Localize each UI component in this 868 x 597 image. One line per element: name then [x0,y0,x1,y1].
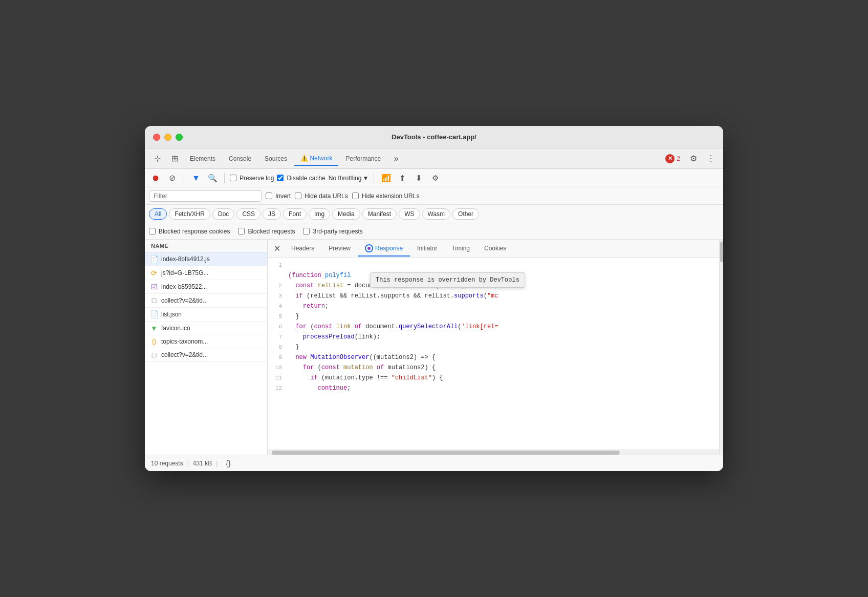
blocked-cookies-checkbox[interactable]: Blocked response cookies [149,228,230,235]
minimize-button[interactable] [164,134,171,141]
blocked-cookies-input[interactable] [149,228,156,234]
invert-checkbox[interactable]: Invert [266,193,291,200]
clear-button[interactable]: ⊘ [165,172,179,185]
horizontal-scrollbar[interactable] [268,450,719,455]
code-line-1: 1 (function polyfil This response is ove… [268,260,719,281]
filter-ws[interactable]: WS [399,208,420,220]
preserve-log-checkbox[interactable]: Preserve log [230,175,274,182]
maximize-button[interactable] [176,134,183,141]
file-name-7: topics-taxonom... [161,338,208,345]
line-num-9: 9 [268,352,288,363]
code-viewer[interactable]: 1 (function polyfil This response is ove… [268,258,719,450]
tab-sources[interactable]: Sources [258,152,293,165]
filter-img[interactable]: Img [309,208,330,220]
code-line-3: 3 if (relList && relList.supports && rel… [268,291,719,301]
resource-type-filters: All Fetch/XHR Doc CSS JS Font Img Media … [145,205,723,223]
file-item-7[interactable]: {} topics-taxonom... [145,335,267,348]
blocked-requests-checkbox[interactable]: Blocked requests [238,228,295,235]
file-item-3[interactable]: ☑ index-b859522... [145,280,267,294]
settings-icon[interactable]: ⚙ [685,151,702,167]
file-item-4[interactable]: □ collect?v=2&tid... [145,294,267,308]
third-party-checkbox[interactable]: 3rd-party requests [303,228,362,235]
preserve-log-input[interactable] [230,175,236,181]
tab-console[interactable]: Console [223,152,257,165]
file-name-2: js?id=G-LB75G... [161,269,208,276]
line-num-10: 10 [268,363,288,373]
device-toggle-icon[interactable]: ⊞ [166,151,183,167]
filter-bar: Invert Hide data URLs Hide extension URL… [145,187,723,205]
disable-cache-checkbox[interactable]: Disable cache [277,175,325,182]
throttle-select[interactable]: No throttling ▼ [329,175,369,182]
tab-headers[interactable]: Headers [284,242,321,256]
third-party-label: 3rd-party requests [313,228,362,235]
filter-icon[interactable]: ▼ [189,172,203,185]
preserve-log-label: Preserve log [240,175,274,182]
panel-tabs: ✕ Headers Preview Response Initiator Tim… [268,240,719,258]
network-toolbar: ⏺ ⊘ ▼ 🔍 Preserve log Disable cache No th… [145,169,723,187]
transfer-size: 431 kB [193,460,212,467]
line-num-1: 1 [268,260,288,270]
main-content: Name 📄 index-8bfa4912.js ⟳ js?id=G-LB75G… [145,240,723,455]
close-button[interactable] [153,134,160,141]
more-tabs-icon[interactable]: » [388,151,404,167]
search-icon[interactable]: 🔍 [206,172,219,185]
inspector-icon[interactable]: ⊹ [149,151,165,167]
network-conditions-icon[interactable]: 📶 [379,172,393,185]
tab-cookies[interactable]: Cookies [477,242,513,256]
panel-close-button[interactable]: ✕ [270,242,284,256]
line-num-2: 2 [268,281,288,291]
filter-wasm[interactable]: Wasm [422,208,451,220]
third-party-input[interactable] [303,228,310,234]
tab-response[interactable]: Response [358,241,410,257]
network-settings-icon[interactable]: ⚙ [428,172,442,185]
h-scroll-thumb[interactable] [272,451,620,455]
separator-1 [184,173,184,183]
filter-input[interactable] [149,190,262,202]
tab-timing[interactable]: Timing [444,242,477,256]
title-bar: DevTools - coffee-cart.app/ [145,126,723,148]
filter-media[interactable]: Media [332,208,360,220]
hide-data-urls-checkbox[interactable]: Hide data URLs [295,193,348,200]
disable-cache-input[interactable] [277,175,284,181]
import-har-icon[interactable]: ⬇ [412,172,425,185]
filter-manifest[interactable]: Manifest [362,208,397,220]
file-item-1[interactable]: 📄 index-8bfa4912.js [145,252,267,266]
tab-preview[interactable]: Preview [321,242,358,256]
file-name-5: list.json [161,311,182,318]
export-har-icon[interactable]: ⬆ [396,172,409,185]
file-item-8[interactable]: □ collect?v=2&tid... [145,348,267,362]
file-name-3: index-b859522... [161,283,207,290]
filter-js[interactable]: JS [263,208,281,220]
pretty-print-button[interactable]: {} [226,459,230,467]
file-item-2[interactable]: ⟳ js?id=G-LB75G... [145,266,267,280]
file-item-6[interactable]: ▼ favicon.ico [145,322,267,335]
error-icon: ✕ [665,154,675,163]
disable-cache-label: Disable cache [287,175,325,182]
blocked-requests-input[interactable] [238,228,245,234]
more-menu-icon[interactable]: ⋮ [703,151,719,167]
tab-network[interactable]: ⚠️ Network [294,152,338,166]
hide-extension-urls-label: Hide extension URLs [362,193,420,200]
tab-initiator[interactable]: Initiator [410,242,444,256]
tab-elements[interactable]: Elements [184,152,222,165]
code-line-12: 12 continue; [268,383,719,393]
hide-data-urls-input[interactable] [295,193,301,199]
filter-font[interactable]: Font [283,208,307,220]
filter-doc[interactable]: Doc [212,208,234,220]
vertical-scrollbar[interactable] [719,240,723,455]
line-code-10: for (const mutation of mutations2) { [288,363,444,373]
filter-css[interactable]: CSS [236,208,261,220]
line-code-5: } [288,311,308,322]
error-badge[interactable]: ✕ 2 [661,152,684,165]
record-button[interactable]: ⏺ [149,172,162,185]
hide-extension-urls-input[interactable] [352,193,359,199]
filter-other[interactable]: Other [452,208,479,220]
invert-input[interactable] [266,193,272,199]
filter-all[interactable]: All [149,208,167,220]
file-item-5[interactable]: 📄 list.json [145,308,267,322]
hide-extension-urls-checkbox[interactable]: Hide extension URLs [352,193,420,200]
separator-3 [374,173,374,183]
v-scroll-thumb[interactable] [720,242,723,262]
filter-fetch-xhr[interactable]: Fetch/XHR [169,208,210,220]
tab-performance[interactable]: Performance [339,152,387,165]
